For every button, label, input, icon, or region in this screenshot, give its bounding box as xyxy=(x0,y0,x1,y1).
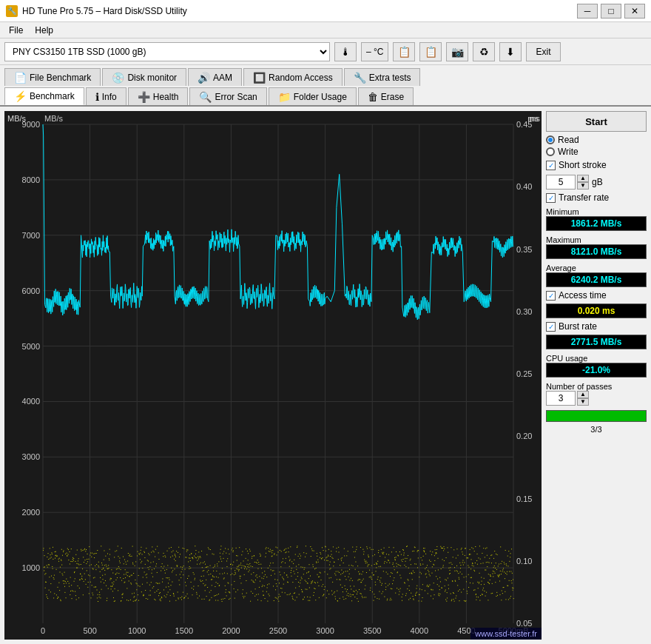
screenshot-icon[interactable]: 📷 xyxy=(446,42,468,61)
watermark: www.ssd-tester.fr xyxy=(470,628,542,640)
write-radio-circle xyxy=(546,147,555,156)
error-scan-icon: 🔍 xyxy=(199,91,212,103)
toolbar: PNY CS3150 1TB SSD (1000 gB) 🌡 – °C 📋 📋 … xyxy=(0,38,651,65)
window-controls: ─ □ ✕ xyxy=(577,4,645,19)
download-icon[interactable]: ⬇ xyxy=(499,42,522,61)
progress-bar-container xyxy=(546,410,647,422)
tab-benchmark-label: Benchmark xyxy=(30,91,75,101)
burst-rate-checkbox[interactable]: ✓ Burst rate xyxy=(546,321,647,332)
minimum-value: 1861.2 MB/s xyxy=(546,216,647,231)
access-time-checkbox[interactable]: ✓ Access time xyxy=(546,290,647,301)
minimum-label: Minimum xyxy=(546,207,647,216)
chart-container: MB/s ms www.ssd-tester.fr xyxy=(4,111,542,640)
menu-file[interactable]: File xyxy=(3,24,29,37)
minimum-section: Minimum 1861.2 MB/s xyxy=(546,206,647,231)
tab-error-scan-label: Error Scan xyxy=(215,92,257,102)
minimize-button[interactable]: ─ xyxy=(577,4,598,19)
title-text: HD Tune Pro 5.75 – Hard Disk/SSD Utility xyxy=(22,6,187,16)
maximum-label: Maximum xyxy=(546,235,647,244)
tab-extra-tests-label: Extra tests xyxy=(369,73,411,83)
menu-help[interactable]: Help xyxy=(29,24,59,37)
short-stroke-arrows: ▲ ▼ xyxy=(577,175,589,189)
passes-section: Number of passes ▲ ▼ xyxy=(546,380,647,406)
maximum-value: 8121.0 MB/s xyxy=(546,244,647,259)
burst-rate-check: ✓ xyxy=(546,322,556,332)
tab-error-scan[interactable]: 🔍 Error Scan xyxy=(189,87,266,105)
short-stroke-down[interactable]: ▼ xyxy=(577,182,589,189)
access-time-label: Access time xyxy=(559,290,607,301)
temp-value: – °C xyxy=(366,47,383,57)
transfer-rate-checkbox[interactable]: ✓ Transfer rate xyxy=(546,192,647,203)
tab-file-benchmark-label: File Benchmark xyxy=(30,73,91,83)
progress-bar-fill xyxy=(547,411,646,421)
average-value: 6240.2 MB/s xyxy=(546,272,647,287)
benchmark-chart xyxy=(4,111,542,640)
passes-count-input: ▲ ▼ xyxy=(546,391,647,406)
exit-button[interactable]: Exit xyxy=(526,42,560,61)
right-panel: Start Read Write ✓ Short stroke ▲ ▼ gB xyxy=(542,107,651,644)
maximum-section: Maximum 8121.0 MB/s xyxy=(546,234,647,259)
short-stroke-unit: gB xyxy=(592,177,603,187)
burst-rate-value: 2771.5 MB/s xyxy=(546,335,647,349)
app-icon: 🔧 xyxy=(6,5,18,17)
tab-file-benchmark[interactable]: 📄 File Benchmark xyxy=(4,68,101,86)
progress-label: 3/3 xyxy=(546,425,647,434)
write-label: Write xyxy=(558,147,579,157)
short-stroke-check: ✓ xyxy=(546,161,556,170)
passes-field[interactable] xyxy=(546,391,576,406)
short-stroke-up[interactable]: ▲ xyxy=(577,175,589,182)
tab-health-label: Health xyxy=(153,92,179,102)
tab-folder-usage[interactable]: 📁 Folder Usage xyxy=(269,87,357,105)
short-stroke-checkbox[interactable]: ✓ Short stroke xyxy=(546,160,647,170)
unit-mbs-label: MB/s xyxy=(7,114,26,123)
tab-aam[interactable]: 🔊 AAM xyxy=(188,68,242,86)
tab-info-label: Info xyxy=(102,92,117,102)
tab-disk-monitor[interactable]: 💿 Disk monitor xyxy=(102,68,186,86)
short-stroke-value[interactable] xyxy=(546,175,576,189)
tab-info[interactable]: ℹ Info xyxy=(86,87,127,105)
read-radio-circle xyxy=(546,135,555,144)
read-label: Read xyxy=(558,135,579,145)
tab-erase-label: Erase xyxy=(381,92,404,102)
transfer-rate-label: Transfer rate xyxy=(559,192,609,203)
extra-tests-icon: 🔧 xyxy=(354,72,366,84)
file-benchmark-icon: 📄 xyxy=(14,72,27,84)
tab-benchmark[interactable]: ⚡ Benchmark xyxy=(4,87,84,105)
passes-down[interactable]: ▼ xyxy=(577,398,589,406)
tab-health[interactable]: ➕ Health xyxy=(128,87,189,105)
close-button[interactable]: ✕ xyxy=(624,4,645,19)
info-icon: ℹ xyxy=(95,91,99,103)
benchmark-icon: ⚡ xyxy=(14,90,27,102)
disk-monitor-icon: 💿 xyxy=(112,72,124,84)
unit-ms-label: ms xyxy=(527,114,539,123)
temp-display: – °C xyxy=(361,42,388,61)
temp-icon: 🌡 xyxy=(334,42,357,61)
drive-select[interactable]: PNY CS3150 1TB SSD (1000 gB) xyxy=(4,42,330,61)
tab-folder-usage-label: Folder Usage xyxy=(294,92,347,102)
tab-random-access[interactable]: 🔲 Random Access xyxy=(243,68,343,86)
cpu-usage-label: CPU usage xyxy=(546,354,647,363)
write-radio[interactable]: Write xyxy=(546,147,647,157)
erase-icon: 🗑 xyxy=(368,91,378,103)
read-radio[interactable]: Read xyxy=(546,135,647,145)
health-icon: ➕ xyxy=(138,91,150,103)
tab-disk-monitor-label: Disk monitor xyxy=(127,73,177,83)
read-write-group: Read Write xyxy=(546,135,647,157)
recycle-icon[interactable]: ♻ xyxy=(473,42,495,61)
tab-erase[interactable]: 🗑 Erase xyxy=(358,87,414,105)
access-time-value: 0.020 ms xyxy=(546,303,647,318)
passes-up[interactable]: ▲ xyxy=(577,391,589,398)
access-time-check: ✓ xyxy=(546,291,556,301)
copy-icon[interactable]: 📋 xyxy=(393,42,415,61)
average-label: Average xyxy=(546,264,647,272)
copy2-icon[interactable]: 📋 xyxy=(419,42,442,61)
burst-rate-label: Burst rate xyxy=(559,321,597,332)
average-section: Average 6240.2 MB/s xyxy=(546,262,647,287)
start-button[interactable]: Start xyxy=(546,111,647,132)
cpu-usage-value: -21.0% xyxy=(546,363,647,378)
number-of-passes-label: Number of passes xyxy=(546,382,647,391)
passes-arrows: ▲ ▼ xyxy=(577,391,589,406)
tab-extra-tests[interactable]: 🔧 Extra tests xyxy=(344,68,421,86)
transfer-rate-check: ✓ xyxy=(546,193,556,203)
maximize-button[interactable]: □ xyxy=(601,4,621,19)
